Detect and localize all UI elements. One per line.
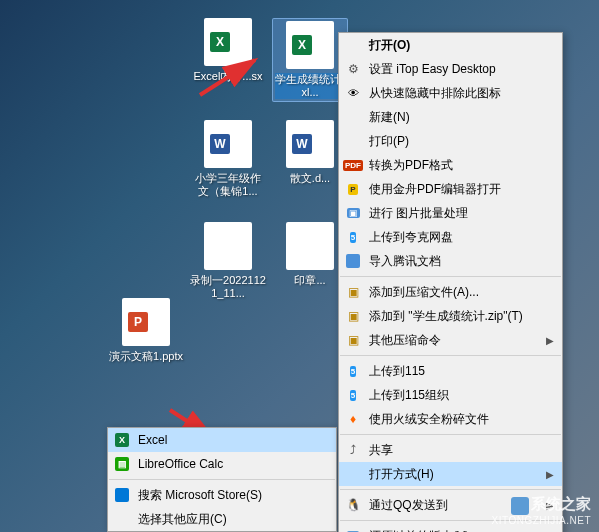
- 115-icon: 5: [343, 363, 363, 379]
- menu-item-label: 搜索 Microsoft Store(S): [138, 487, 328, 504]
- menu-item-label: 使用金舟PDF编辑器打开: [369, 181, 554, 198]
- context-menu-item[interactable]: ▣其他压缩命令▶: [339, 328, 562, 352]
- fire-icon: ♦: [343, 411, 363, 427]
- desktop-file-thumb[interactable]: 录制一20221121_11...: [190, 222, 266, 300]
- context-menu-item[interactable]: 5上传到115: [339, 359, 562, 383]
- context-menu-item[interactable]: ⤴共享: [339, 438, 562, 462]
- open-with-item[interactable]: 选择其他应用(C): [108, 507, 336, 531]
- menu-item-label: 添加到压缩文件(A)...: [369, 284, 554, 301]
- menu-item-label: 打开方式(H): [369, 466, 546, 483]
- open-with-submenu[interactable]: XExcel▤LibreOffice Calc搜索 Microsoft Stor…: [107, 427, 337, 532]
- context-menu-item[interactable]: 设置 iTop Easy Desktop: [339, 57, 562, 81]
- menu-item-label: 共享: [369, 442, 554, 459]
- 115-icon: 5: [343, 229, 363, 245]
- context-menu-item[interactable]: 5上传到夸克网盘: [339, 225, 562, 249]
- menu-item-label: Excel: [138, 433, 328, 447]
- menu-item-label: 打印(P): [369, 133, 554, 150]
- submenu-arrow-icon: ▶: [546, 469, 554, 480]
- clock-icon: ↺: [343, 528, 363, 532]
- menu-separator: [340, 489, 561, 490]
- context-menu-item[interactable]: ▣添加到 "学生成绩统计.zip"(T): [339, 304, 562, 328]
- open-with-item[interactable]: 搜索 Microsoft Store(S): [108, 483, 336, 507]
- context-menu-item[interactable]: 从快速隐藏中排除此图标: [339, 81, 562, 105]
- desktop-icon-label: 学生成绩统计.xl...: [275, 73, 345, 99]
- menu-item-label: 还原以前的版本(V): [369, 528, 554, 533]
- watermark: 系统之家 XITONGZHIJIA.NET: [492, 495, 592, 526]
- menu-item-label: 上传到115组织: [369, 387, 554, 404]
- open-with-item[interactable]: XExcel: [108, 428, 336, 452]
- submenu-arrow-icon: ▶: [546, 335, 554, 346]
- zip-icon: ▣: [343, 332, 363, 348]
- zip-icon: ▣: [343, 284, 363, 300]
- menu-item-label: 新建(N): [369, 109, 554, 126]
- desktop-icon-label: 录制一20221121_11...: [190, 274, 266, 300]
- menu-item-label: 其他压缩命令: [369, 332, 546, 349]
- file-context-menu[interactable]: 打开(O)设置 iTop Easy Desktop从快速隐藏中排除此图标新建(N…: [338, 32, 563, 532]
- 115-icon: 5: [343, 387, 363, 403]
- menu-item-label: 从快速隐藏中排除此图标: [369, 85, 554, 102]
- desktop-file-excel[interactable]: XExcel内容...sx: [190, 18, 266, 83]
- excel-icon: X: [112, 432, 132, 448]
- store-icon: [112, 487, 132, 503]
- libre-icon: ▤: [112, 456, 132, 472]
- menu-item-label: 导入腾讯文档: [369, 253, 554, 270]
- menu-item-label: 设置 iTop Easy Desktop: [369, 61, 554, 78]
- menu-separator: [340, 276, 561, 277]
- menu-item-label: 进行 图片批量处理: [369, 205, 554, 222]
- blank-icon: [343, 133, 363, 149]
- desktop-file-excel[interactable]: X学生成绩统计.xl...: [272, 18, 348, 102]
- share-icon: ⤴: [343, 442, 363, 458]
- desktop-icon-label: 散文.d...: [272, 172, 348, 185]
- menu-item-label: LibreOffice Calc: [138, 457, 328, 471]
- context-menu-item[interactable]: 5上传到115组织: [339, 383, 562, 407]
- context-menu-item[interactable]: PDF转换为PDF格式: [339, 153, 562, 177]
- menu-item-label: 上传到115: [369, 363, 554, 380]
- eye-icon: [343, 85, 363, 101]
- pdf2-icon: P: [343, 181, 363, 197]
- desktop-file-word[interactable]: W散文.d...: [272, 120, 348, 185]
- menu-separator: [340, 355, 561, 356]
- gear-icon: [343, 61, 363, 77]
- menu-item-label: 选择其他应用(C): [138, 511, 328, 528]
- img-icon: ▣: [343, 205, 363, 221]
- desktop-file-ppt[interactable]: P演示文稿1.pptx: [108, 298, 184, 363]
- desktop-icon-label: 小学三年级作文（集锦1...: [190, 172, 266, 198]
- context-menu-item[interactable]: 导入腾讯文档: [339, 249, 562, 273]
- zip-icon: ▣: [343, 308, 363, 324]
- desktop-icon-label: 演示文稿1.pptx: [108, 350, 184, 363]
- menu-separator: [340, 434, 561, 435]
- blank-icon: [343, 37, 363, 53]
- desktop-file-word[interactable]: W小学三年级作文（集锦1...: [190, 120, 266, 198]
- menu-item-label: 使用火绒安全粉碎文件: [369, 411, 554, 428]
- menu-item-label: 上传到夸克网盘: [369, 229, 554, 246]
- menu-item-label: 打开(O): [369, 37, 554, 54]
- context-menu-item[interactable]: 打开方式(H)▶: [339, 462, 562, 486]
- menu-item-label: 添加到 "学生成绩统计.zip"(T): [369, 308, 554, 325]
- context-menu-item[interactable]: 打印(P): [339, 129, 562, 153]
- desktop-file-thumb[interactable]: 印章...: [272, 222, 348, 287]
- blank-icon: [343, 466, 363, 482]
- context-menu-item[interactable]: ▣进行 图片批量处理: [339, 201, 562, 225]
- context-menu-item[interactable]: 新建(N): [339, 105, 562, 129]
- open-with-item[interactable]: ▤LibreOffice Calc: [108, 452, 336, 476]
- pdf-icon: PDF: [343, 157, 363, 173]
- menu-separator: [109, 479, 335, 480]
- context-menu-item[interactable]: ▣添加到压缩文件(A)...: [339, 280, 562, 304]
- tencent-icon: [343, 253, 363, 269]
- blank-icon: [343, 109, 363, 125]
- qq-icon: 🐧: [343, 497, 363, 513]
- context-menu-item[interactable]: P使用金舟PDF编辑器打开: [339, 177, 562, 201]
- blank-icon: [112, 511, 132, 527]
- context-menu-item[interactable]: ♦使用火绒安全粉碎文件: [339, 407, 562, 431]
- menu-item-label: 转换为PDF格式: [369, 157, 554, 174]
- context-menu-item[interactable]: 打开(O): [339, 33, 562, 57]
- desktop-icon-label: 印章...: [272, 274, 348, 287]
- desktop-icon-label: Excel内容...sx: [190, 70, 266, 83]
